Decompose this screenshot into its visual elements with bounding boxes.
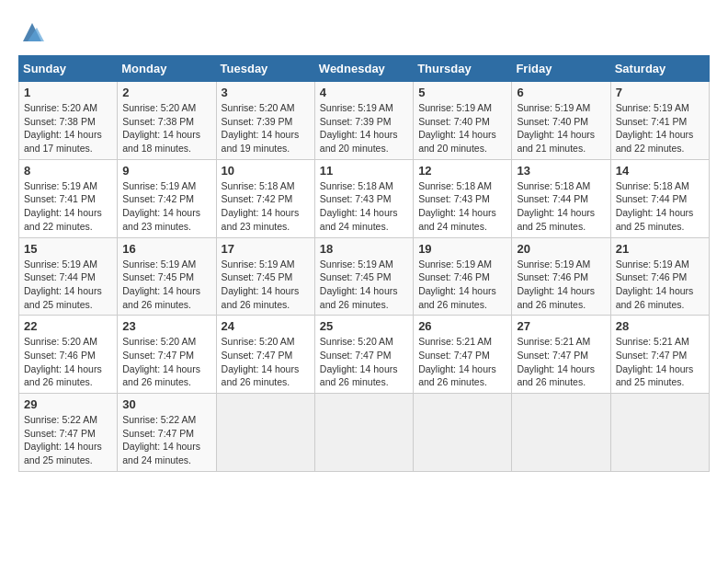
cell-content: Sunrise: 5:21 AMSunset: 7:47 PMDaylight:…	[616, 335, 704, 389]
cell-content: Sunrise: 5:19 AMSunset: 7:40 PMDaylight:…	[418, 101, 506, 155]
cell-line: Sunset: 7:47 PM	[122, 427, 210, 441]
cell-line: and 26 minutes.	[320, 298, 408, 312]
cell-line: Sunset: 7:41 PM	[24, 192, 112, 206]
cell-line: Daylight: 14 hours	[122, 128, 210, 142]
cell-line: and 21 minutes.	[517, 142, 605, 155]
cell-line: and 24 minutes.	[122, 454, 210, 467]
calendar-cell: 7Sunrise: 5:19 AMSunset: 7:41 PMDaylight…	[610, 82, 709, 160]
cell-line: Sunset: 7:45 PM	[222, 270, 310, 284]
calendar-cell	[314, 394, 413, 472]
calendar-cell: 15Sunrise: 5:19 AMSunset: 7:44 PMDayligh…	[19, 237, 118, 316]
cell-line: Daylight: 14 hours	[222, 128, 310, 142]
cell-line: Sunset: 7:47 PM	[122, 349, 210, 362]
cell-line: Daylight: 14 hours	[122, 284, 210, 298]
day-number: 28	[616, 319, 704, 333]
calendar-table: SundayMondayTuesdayWednesdayThursdayFrid…	[18, 55, 710, 472]
cell-line: Sunrise: 5:21 AM	[418, 335, 506, 349]
logo	[18, 18, 48, 46]
day-number: 8	[24, 164, 112, 178]
header-monday: Monday	[118, 56, 216, 82]
calendar-cell: 28Sunrise: 5:21 AMSunset: 7:47 PMDayligh…	[610, 316, 709, 394]
calendar-cell: 16Sunrise: 5:19 AMSunset: 7:45 PMDayligh…	[118, 237, 216, 316]
cell-line: Daylight: 14 hours	[122, 362, 210, 376]
cell-line: Sunset: 7:46 PM	[418, 270, 506, 284]
cell-line: Sunset: 7:47 PM	[320, 349, 408, 362]
cell-line: Sunrise: 5:19 AM	[222, 258, 310, 271]
cell-line: and 26 minutes.	[517, 375, 605, 389]
cell-line: Sunset: 7:46 PM	[24, 349, 112, 362]
cell-content: Sunrise: 5:19 AMSunset: 7:41 PMDaylight:…	[616, 101, 704, 155]
cell-line: Sunset: 7:38 PM	[122, 115, 210, 129]
cell-content: Sunrise: 5:18 AMSunset: 7:43 PMDaylight:…	[418, 179, 506, 234]
calendar-cell: 18Sunrise: 5:19 AMSunset: 7:45 PMDayligh…	[314, 237, 413, 316]
calendar-cell: 23Sunrise: 5:20 AMSunset: 7:47 PMDayligh…	[118, 316, 216, 394]
cell-line: Daylight: 14 hours	[517, 206, 605, 220]
header	[18, 18, 710, 46]
calendar-cell: 3Sunrise: 5:20 AMSunset: 7:39 PMDaylight…	[216, 82, 314, 160]
cell-line: and 26 minutes.	[222, 375, 310, 389]
cell-line: Sunset: 7:47 PM	[418, 349, 506, 362]
day-number: 7	[616, 86, 704, 99]
cell-line: Sunrise: 5:19 AM	[517, 101, 605, 115]
cell-line: Daylight: 14 hours	[616, 362, 704, 376]
cell-line: Sunrise: 5:19 AM	[24, 179, 112, 193]
cell-line: Sunrise: 5:20 AM	[222, 101, 310, 115]
day-number: 24	[222, 319, 310, 333]
cell-line: Daylight: 14 hours	[24, 128, 112, 142]
header-saturday: Saturday	[610, 56, 709, 82]
calendar-cell	[414, 394, 512, 472]
calendar-cell: 21Sunrise: 5:19 AMSunset: 7:46 PMDayligh…	[610, 237, 709, 316]
cell-line: Sunset: 7:44 PM	[616, 192, 704, 206]
cell-content: Sunrise: 5:20 AMSunset: 7:39 PMDaylight:…	[222, 101, 310, 155]
calendar-cell: 10Sunrise: 5:18 AMSunset: 7:42 PMDayligh…	[216, 159, 314, 237]
cell-line: and 24 minutes.	[320, 220, 408, 234]
cell-line: Sunset: 7:46 PM	[616, 270, 704, 284]
cell-line: Sunset: 7:47 PM	[222, 349, 310, 362]
day-number: 10	[222, 164, 310, 178]
cell-line: and 18 minutes.	[122, 142, 210, 155]
calendar-week-row: 22Sunrise: 5:20 AMSunset: 7:46 PMDayligh…	[19, 316, 710, 394]
calendar-cell: 8Sunrise: 5:19 AMSunset: 7:41 PMDaylight…	[19, 159, 118, 237]
day-number: 26	[418, 319, 506, 333]
cell-line: Sunset: 7:46 PM	[517, 270, 605, 284]
cell-line: Daylight: 14 hours	[418, 128, 506, 142]
cell-line: Daylight: 14 hours	[222, 206, 310, 220]
day-number: 5	[418, 86, 506, 99]
cell-line: Daylight: 14 hours	[616, 206, 704, 220]
day-number: 13	[517, 164, 605, 178]
day-number: 18	[320, 242, 408, 256]
header-wednesday: Wednesday	[314, 56, 413, 82]
cell-line: and 26 minutes.	[122, 375, 210, 389]
calendar-cell: 29Sunrise: 5:22 AMSunset: 7:47 PMDayligh…	[19, 394, 118, 472]
cell-line: Sunrise: 5:19 AM	[418, 101, 506, 115]
day-number: 21	[616, 242, 704, 256]
day-number: 27	[517, 319, 605, 333]
cell-content: Sunrise: 5:21 AMSunset: 7:47 PMDaylight:…	[517, 335, 605, 389]
cell-line: Sunrise: 5:18 AM	[517, 179, 605, 193]
cell-line: Sunset: 7:45 PM	[320, 270, 408, 284]
calendar-cell: 14Sunrise: 5:18 AMSunset: 7:44 PMDayligh…	[610, 159, 709, 237]
cell-line: Daylight: 14 hours	[122, 440, 210, 454]
cell-line: Daylight: 14 hours	[418, 362, 506, 376]
cell-line: Sunset: 7:38 PM	[24, 115, 112, 129]
cell-line: Daylight: 14 hours	[320, 206, 408, 220]
cell-line: and 24 minutes.	[418, 220, 506, 234]
cell-content: Sunrise: 5:19 AMSunset: 7:39 PMDaylight:…	[320, 101, 408, 155]
cell-content: Sunrise: 5:18 AMSunset: 7:43 PMDaylight:…	[320, 179, 408, 234]
calendar-cell: 12Sunrise: 5:18 AMSunset: 7:43 PMDayligh…	[414, 159, 512, 237]
cell-line: Sunset: 7:40 PM	[418, 115, 506, 129]
cell-line: Daylight: 14 hours	[418, 284, 506, 298]
cell-line: Sunset: 7:40 PM	[517, 115, 605, 129]
cell-line: Daylight: 14 hours	[24, 362, 112, 376]
cell-line: Sunrise: 5:18 AM	[616, 179, 704, 193]
calendar-cell: 9Sunrise: 5:19 AMSunset: 7:42 PMDaylight…	[118, 159, 216, 237]
cell-line: Sunset: 7:39 PM	[320, 115, 408, 129]
header-tuesday: Tuesday	[216, 56, 314, 82]
day-number: 15	[24, 242, 112, 256]
cell-line: Daylight: 14 hours	[24, 440, 112, 454]
day-number: 14	[616, 164, 704, 178]
cell-content: Sunrise: 5:19 AMSunset: 7:46 PMDaylight:…	[418, 258, 506, 312]
calendar-cell: 25Sunrise: 5:20 AMSunset: 7:47 PMDayligh…	[314, 316, 413, 394]
calendar-cell: 13Sunrise: 5:18 AMSunset: 7:44 PMDayligh…	[512, 159, 610, 237]
day-number: 1	[24, 86, 112, 99]
